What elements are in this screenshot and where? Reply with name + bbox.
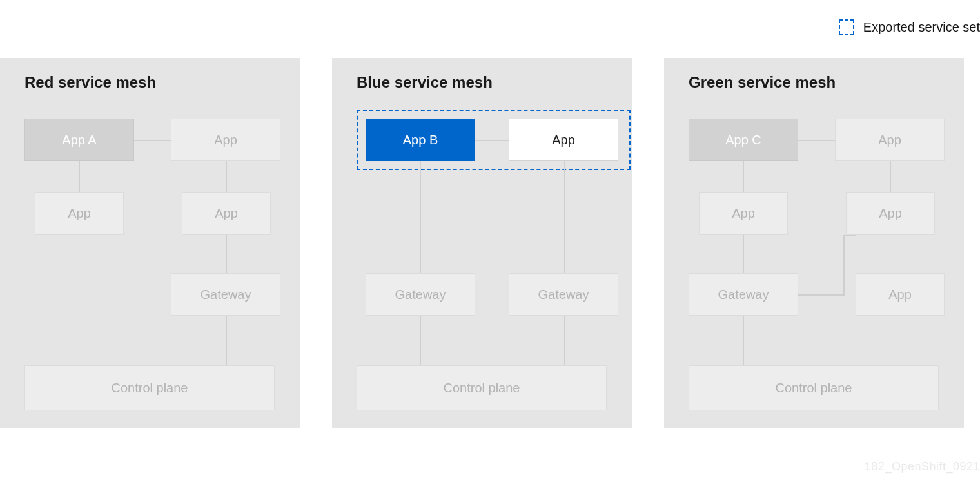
edge	[226, 316, 227, 365]
edge	[743, 235, 744, 273]
edge	[743, 161, 744, 192]
node-app: App	[182, 192, 271, 235]
node-app: App	[509, 119, 618, 161]
edge	[890, 161, 891, 192]
edge	[420, 161, 421, 273]
node-gateway: Gateway	[366, 273, 475, 316]
edge	[798, 140, 837, 141]
edge	[564, 161, 565, 273]
edge	[226, 161, 227, 192]
node-control-plane: Control plane	[24, 365, 275, 410]
edge	[743, 316, 744, 365]
panel-green-mesh: Green service mesh App C App App App App…	[664, 58, 964, 428]
legend-swatch-exported-set	[839, 19, 854, 35]
edge	[843, 235, 845, 294]
edge	[226, 235, 227, 273]
node-app: App	[171, 119, 280, 161]
diagram-viewport: Exported service set Red service mesh Ap…	[0, 0, 980, 480]
edge	[475, 140, 509, 141]
node-app-b: App B	[366, 119, 475, 161]
panel-title-red: Red service mesh	[24, 73, 156, 91]
watermark-text: 182_OpenShift_0921	[865, 460, 980, 474]
panel-red-mesh: Red service mesh App A App App App Gatew…	[0, 58, 300, 428]
panel-blue-mesh: Blue service mesh App B App Gateway Gate…	[332, 58, 632, 428]
edge	[564, 316, 565, 365]
node-app: App	[35, 192, 124, 235]
panel-title-blue: Blue service mesh	[357, 73, 493, 91]
node-app-a: App A	[24, 119, 134, 161]
node-app: App	[699, 192, 788, 235]
node-gateway: Gateway	[171, 273, 280, 316]
edge	[796, 294, 845, 296]
edge	[420, 316, 421, 365]
node-gateway: Gateway	[689, 273, 798, 316]
edge	[134, 140, 173, 141]
panel-title-green: Green service mesh	[689, 73, 836, 91]
node-control-plane: Control plane	[689, 365, 939, 410]
legend-label: Exported service set	[863, 20, 980, 35]
edge	[79, 161, 80, 192]
node-app: App	[846, 192, 935, 235]
edge	[843, 235, 856, 236]
legend: Exported service set	[839, 19, 980, 35]
node-control-plane: Control plane	[357, 365, 607, 410]
node-app: App	[835, 119, 945, 161]
node-app: App	[856, 273, 945, 316]
node-app-c: App C	[689, 119, 798, 161]
node-gateway: Gateway	[509, 273, 618, 316]
